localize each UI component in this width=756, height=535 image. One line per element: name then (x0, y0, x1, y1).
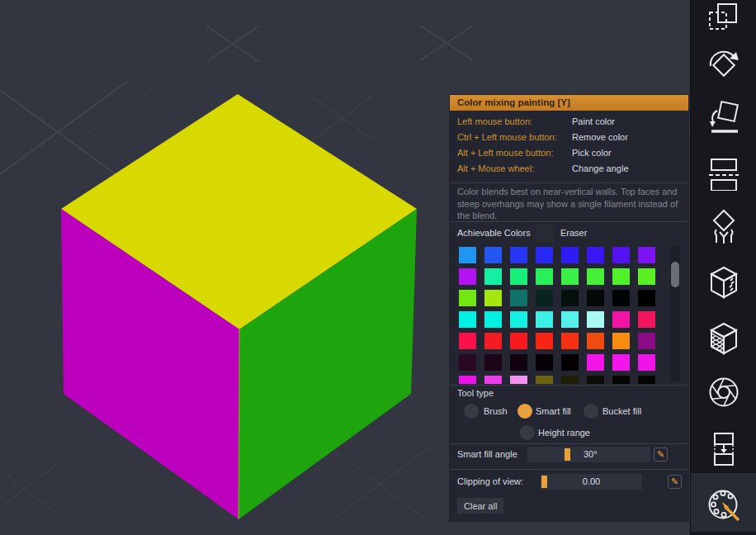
shortcut-row: Ctrl + Left mouse button: Remove color (450, 132, 688, 144)
paint-supports-tool-button[interactable] (691, 209, 756, 245)
color-swatch[interactable] (612, 354, 630, 371)
brush-radio-label[interactable]: Brush (484, 404, 508, 419)
color-swatch[interactable] (561, 290, 579, 306)
color-swatch[interactable] (510, 354, 527, 371)
colors-scrollbar-thumb[interactable] (671, 262, 679, 287)
color-swatch[interactable] (587, 290, 604, 306)
color-swatch[interactable] (536, 354, 553, 371)
scale-tool-button[interactable] (691, 0, 756, 35)
smart-fill-angle-slider[interactable]: 30° (527, 447, 650, 462)
rotate-tool-button[interactable] (691, 44, 756, 80)
smart-fill-angle-edit-button[interactable]: ✎ (654, 447, 668, 462)
color-swatch[interactable] (536, 290, 553, 306)
color-swatch[interactable] (612, 376, 630, 384)
color-swatch[interactable] (510, 311, 527, 328)
aperture-tool-button[interactable] (691, 374, 756, 410)
shortcut-row: Alt + Mouse wheel: Change angle (450, 163, 688, 175)
color-swatch[interactable] (587, 354, 604, 371)
color-swatch[interactable] (459, 333, 476, 349)
height-range-checkbox[interactable] (520, 425, 535, 440)
color-swatch[interactable] (536, 247, 553, 263)
color-swatch[interactable] (459, 247, 476, 263)
height-range-label[interactable]: Height range (538, 425, 590, 440)
color-swatch[interactable] (484, 247, 502, 263)
sink-object-tool-button[interactable] (691, 430, 756, 466)
clear-all-button[interactable]: Clear all (457, 498, 503, 514)
colors-scrollbar[interactable] (670, 246, 680, 381)
color-swatch[interactable] (510, 376, 527, 384)
color-swatch[interactable] (484, 354, 502, 371)
color-swatch[interactable] (510, 290, 527, 306)
smart-fill-angle-slider-handle[interactable] (565, 448, 570, 461)
color-swatch[interactable] (561, 268, 579, 285)
color-swatch[interactable] (536, 268, 553, 285)
color-swatch[interactable] (638, 290, 655, 306)
clipping-value: 0.00 (541, 474, 642, 490)
color-swatch[interactable] (484, 268, 502, 285)
color-swatch[interactable] (612, 311, 630, 328)
color-swatch[interactable] (612, 333, 630, 349)
shortcut-row: Left mouse button: Paint color (450, 116, 688, 128)
color-swatch[interactable] (587, 333, 604, 349)
color-mixing-painting-tool-button[interactable] (691, 486, 756, 523)
color-swatch[interactable] (484, 290, 502, 306)
bucket-fill-radio-label[interactable]: Bucket fill (602, 404, 641, 419)
bucket-fill-radio[interactable] (584, 404, 598, 419)
panel-title[interactable]: Color mixing painting [Y] (450, 95, 688, 111)
color-swatch[interactable] (638, 247, 655, 263)
color-swatch[interactable] (510, 247, 527, 263)
color-swatch[interactable] (587, 311, 604, 328)
color-swatch[interactable] (561, 247, 579, 263)
separator (450, 443, 688, 444)
shortcut-action: Remove color (572, 132, 628, 142)
color-swatch[interactable] (587, 268, 604, 285)
fuzzy-skin-tool-button[interactable] (691, 320, 756, 357)
shortcut-key: Alt + Mouse wheel: (457, 163, 534, 173)
color-swatch[interactable] (561, 354, 579, 371)
color-swatch[interactable] (459, 376, 476, 384)
color-swatch[interactable] (612, 247, 630, 263)
place-on-face-tool-button[interactable] (691, 99, 756, 135)
color-swatch[interactable] (510, 268, 527, 285)
color-swatch[interactable] (638, 376, 655, 384)
color-swatch[interactable] (484, 311, 502, 328)
color-swatch[interactable] (536, 311, 553, 328)
color-swatch[interactable] (561, 376, 579, 384)
color-swatch[interactable] (587, 247, 604, 263)
color-swatch[interactable] (638, 268, 655, 285)
color-swatch[interactable] (536, 376, 553, 384)
aperture-tool-icon (706, 374, 742, 410)
color-swatch[interactable] (459, 311, 476, 328)
color-swatch[interactable] (459, 290, 476, 306)
color-swatch[interactable] (561, 311, 579, 328)
fuzzy-skin-tool-icon (706, 320, 742, 357)
shortcut-action: Pick color (572, 148, 612, 158)
pencil-icon: ✎ (657, 449, 664, 459)
color-mixing-painting-panel: Color mixing painting [Y] Left mouse but… (450, 95, 688, 521)
color-swatch[interactable] (638, 311, 655, 328)
smart-fill-radio[interactable] (517, 404, 532, 419)
brush-radio[interactable] (464, 404, 479, 419)
clipping-slider[interactable]: 0.00 (541, 474, 642, 490)
color-swatch[interactable] (587, 376, 604, 384)
eraser-checkbox[interactable] (536, 225, 554, 243)
color-swatch[interactable] (484, 333, 502, 349)
color-swatch[interactable] (638, 354, 655, 371)
clipping-edit-button[interactable]: ✎ (668, 475, 682, 489)
color-swatch[interactable] (510, 333, 527, 349)
cut-tool-button[interactable] (691, 154, 756, 191)
color-swatch[interactable] (612, 290, 630, 306)
eraser-label: Eraser (560, 228, 587, 238)
seam-painting-tool-button[interactable] (691, 264, 756, 301)
color-swatch[interactable] (561, 333, 579, 349)
model-cube[interactable] (61, 94, 417, 519)
shortcut-action: Paint color (572, 116, 615, 126)
color-swatch[interactable] (459, 268, 476, 285)
smart-fill-radio-label[interactable]: Smart fill (536, 404, 571, 419)
shortcut-key: Ctrl + Left mouse button: (457, 132, 557, 142)
color-swatch[interactable] (536, 333, 553, 349)
color-swatch[interactable] (459, 354, 476, 371)
color-swatch[interactable] (612, 268, 630, 285)
color-swatch[interactable] (638, 333, 655, 349)
color-swatch[interactable] (484, 376, 502, 384)
